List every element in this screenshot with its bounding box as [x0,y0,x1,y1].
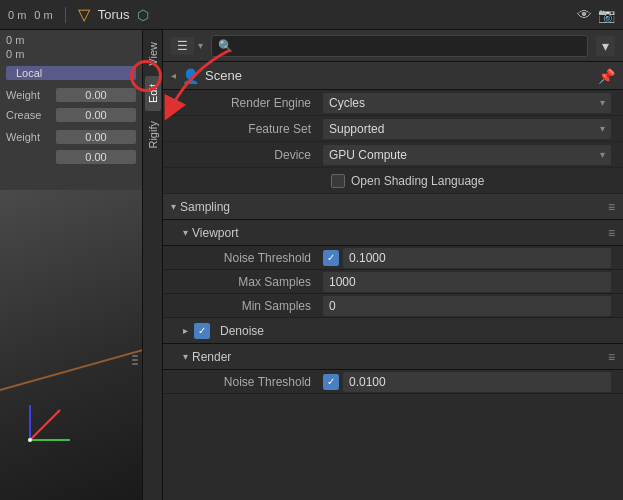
dropdown-arrow-icon: ▾ [198,40,203,51]
resize-handle[interactable] [132,345,140,375]
viewport-panel: 0 m 0 m Local Weight 0.00 Crease 0.00 We… [0,30,143,500]
noise-threshold-checkmark: ✓ [327,252,335,263]
render-noise-checkmark: ✓ [327,376,335,387]
position-x: 0 m [8,9,26,21]
render-noise-row: Noise Threshold ✓ 0.0100 [163,370,623,394]
render-section-header[interactable]: ▾ Render ≡ [163,344,623,370]
denoise-expand-icon: ▸ [183,325,188,336]
properties-panel: ☰ ▾ 🔍 ▾ ◂ 👤 Scene 📌 Render Engine [163,30,623,500]
weight-label: Weight [6,89,56,101]
render-collapse-icon: ▾ [183,351,188,362]
pin-icon[interactable]: 📌 [598,68,615,84]
top-bar: 0 m 0 m ▽ Torus ⬡ 👁 📷 [0,0,623,30]
open-shading-checkbox-item[interactable]: Open Shading Language [331,174,484,188]
weight2-value[interactable]: 0.00 [56,130,136,144]
feature-set-dropdown[interactable]: Supported ▾ [323,119,611,139]
feature-set-value: Supported [329,122,384,136]
render-engine-label: Render Engine [223,96,323,110]
device-arrow: ▾ [600,149,605,160]
viewport-section-title: Viewport [192,226,238,240]
sidebar-tabs: View Edit Rigify [143,30,163,500]
render-menu-icon[interactable]: ≡ [608,350,615,364]
noise-threshold-value[interactable]: 0.1000 [343,248,611,268]
max-samples-value[interactable]: 1000 [323,272,611,292]
viewport-collapse-icon: ▾ [183,227,188,238]
render-noise-checkbox[interactable]: ✓ [323,374,339,390]
object-type-icon: ▽ [78,5,90,24]
feature-set-arrow: ▾ [600,123,605,134]
props-nav: ◂ 👤 Scene 📌 [163,62,623,90]
value3[interactable]: 0.00 [56,150,136,164]
denoise-section-header[interactable]: ▸ ✓ Denoise [163,318,623,344]
feature-set-row: Feature Set Supported ▾ [163,116,623,142]
max-samples-row: Max Samples 1000 [163,270,623,294]
viewport-3d-content [0,190,143,490]
render-noise-label: Noise Threshold [203,375,323,389]
device-label: Device [223,148,323,162]
view-toggle-btn[interactable]: ☰ [171,37,194,55]
open-shading-row: Open Shading Language [163,168,623,194]
sampling-title: Sampling [180,200,230,214]
sidebar-tab-edit[interactable]: Edit [145,76,161,111]
device-dropdown[interactable]: GPU Compute ▾ [323,145,611,165]
viewport-menu-icon[interactable]: ≡ [608,226,615,240]
denoise-checkbox[interactable]: ✓ [194,323,210,339]
open-shading-label: Open Shading Language [351,174,484,188]
render-engine-arrow: ▾ [600,97,605,108]
link-icon: ⬡ [137,7,149,23]
pos-y-label: 0 m [6,48,24,60]
svg-line-0 [0,350,143,390]
pos-x-label: 0 m [6,34,24,46]
min-samples-label: Min Samples [203,299,323,313]
svg-line-1 [30,410,60,440]
noise-threshold-checkbox[interactable]: ✓ [323,250,339,266]
crease-value[interactable]: 0.00 [56,108,136,122]
position-y: 0 m [34,9,52,21]
open-shading-checkbox[interactable] [331,174,345,188]
max-samples-label: Max Samples [203,275,323,289]
eye-icon[interactable]: 👁 [577,6,592,23]
feature-set-label: Feature Set [223,122,323,136]
sidebar-tab-rigify[interactable]: Rigify [145,113,161,157]
viewport-bg [0,190,142,500]
sampling-collapse-icon: ▾ [171,201,176,212]
object-name: Torus [98,7,130,22]
nav-title: Scene [205,68,242,83]
min-samples-value[interactable]: 0 [323,296,611,316]
scene-nav-icon: 👤 [182,68,199,84]
render-engine-dropdown[interactable]: Cycles ▾ [323,93,611,113]
search-icon: 🔍 [218,39,233,53]
properties-menu-btn[interactable]: ▾ [596,36,615,56]
weight2-label: Weight [6,131,56,143]
denoise-title: Denoise [220,324,264,338]
props-header: ☰ ▾ 🔍 ▾ [163,30,623,62]
weight-value[interactable]: 0.00 [56,88,136,102]
min-samples-row: Min Samples 0 [163,294,623,318]
sampling-menu-icon[interactable]: ≡ [608,200,615,214]
nav-back-icon[interactable]: ◂ [171,70,176,81]
render-engine-value: Cycles [329,96,365,110]
noise-threshold-label: Noise Threshold [203,251,323,265]
denoise-checkmark: ✓ [198,325,206,336]
search-box[interactable]: 🔍 [211,35,588,57]
render-settings: Render Engine Cycles ▾ Feature Set Suppo… [163,90,623,394]
render-noise-value[interactable]: 0.0100 [343,372,611,392]
render-engine-row: Render Engine Cycles ▾ [163,90,623,116]
sampling-section-header[interactable]: ▾ Sampling ≡ [163,194,623,220]
noise-threshold-row: Noise Threshold ✓ 0.1000 [163,246,623,270]
local-badge[interactable]: Local [6,66,136,80]
crease-label: Crease [6,109,56,121]
viewport-section-header[interactable]: ▾ Viewport ≡ [163,220,623,246]
camera-icon[interactable]: 📷 [598,7,615,23]
sidebar-tab-view[interactable]: View [145,34,161,74]
svg-point-4 [28,438,32,442]
device-value: GPU Compute [329,148,407,162]
device-row: Device GPU Compute ▾ [163,142,623,168]
render-section-title: Render [192,350,231,364]
